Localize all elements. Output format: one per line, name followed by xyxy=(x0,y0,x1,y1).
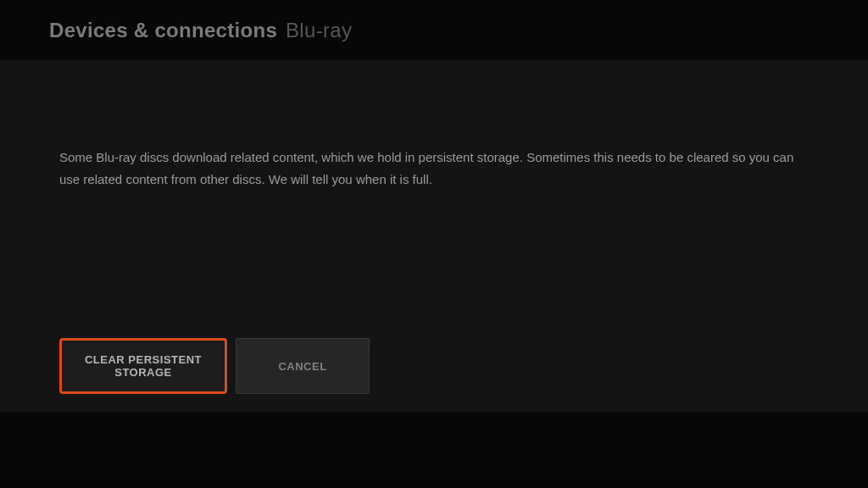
description-text: Some Blu-ray discs download related cont… xyxy=(59,147,805,190)
footer-bar xyxy=(0,412,868,488)
content-area: Some Blu-ray discs download related cont… xyxy=(0,60,868,412)
page-subtitle: Blu-ray xyxy=(286,19,352,42)
clear-persistent-storage-button[interactable]: CLEAR PERSISTENT STORAGE xyxy=(59,338,227,394)
header-bar: Devices & connections Blu-ray xyxy=(0,0,868,60)
cancel-button[interactable]: CANCEL xyxy=(236,338,370,394)
page-title: Devices & connections xyxy=(49,19,277,42)
button-row: CLEAR PERSISTENT STORAGE CANCEL xyxy=(59,338,809,394)
